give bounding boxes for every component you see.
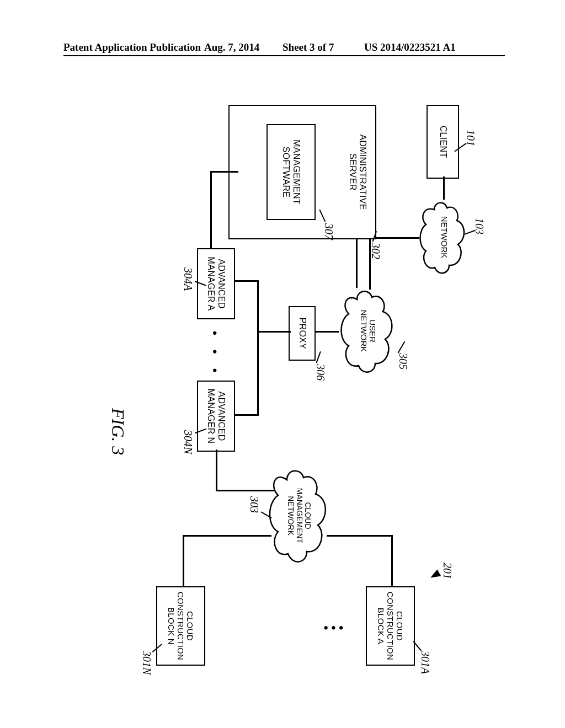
network-cloud: NETWORK <box>418 196 470 279</box>
client-box: CLIENT <box>427 105 459 179</box>
user-network-label: USER NETWORK <box>359 310 377 352</box>
conn-network-down <box>370 237 419 239</box>
network-label: NETWORK <box>439 216 449 259</box>
spacer <box>351 298 351 299</box>
arrow-201 <box>429 569 441 581</box>
client-label: CLIENT <box>438 126 447 158</box>
cloud-mgmt-label: CLOUD MANAGEMENT NETWORK <box>286 488 312 543</box>
conn-usernet-proxy <box>315 331 339 333</box>
ref-301a: 301A <box>419 651 431 674</box>
proxy-box: PROXY <box>289 306 316 361</box>
adv-mgr-n-box: ADVANCED MANAGER N <box>197 381 235 452</box>
conn-proxy-down <box>258 331 291 333</box>
figure-label: FIG. 3 <box>108 408 128 455</box>
conn-cloud-down <box>183 535 271 537</box>
user-network-cloud: USER NETWORK <box>338 284 398 378</box>
page-header: Patent Application Publication Aug. 7, 2… <box>0 41 565 56</box>
conn-bus-to-mgrA <box>234 280 259 282</box>
ref-307: 307 <box>322 223 335 240</box>
hdr-sheet: Sheet 3 of 7 <box>282 41 334 53</box>
admin-server-label: ADMINISTRATIVE SERVER <box>347 134 367 210</box>
ref-103: 103 <box>473 218 486 234</box>
proxy-label: PROXY <box>297 318 307 350</box>
conn-cloud-ccbN <box>183 535 185 587</box>
mgmt-sw-label: MANAGEMENT SOFTWARE <box>281 140 301 205</box>
ref-301n: 301N <box>140 651 153 675</box>
ccb-n-label: CLOUD CONSTRUCTION BLOCK N <box>167 592 195 660</box>
adv-mgr-n-label: ADVANCED MANAGER N <box>206 389 226 444</box>
lead-305 <box>398 341 405 354</box>
ref-304a: 304A <box>182 267 194 291</box>
page: Patent Application Publication Aug. 7, 2… <box>0 0 565 728</box>
ccb-a-box: CLOUD CONSTRUCTION BLOCK A <box>366 586 415 666</box>
ref-306: 306 <box>314 364 327 381</box>
ref-304n: 304N <box>182 430 194 454</box>
adv-mgr-a-label: ADVANCED MANAGER A <box>206 257 226 311</box>
conn-proxy-bus <box>258 280 259 415</box>
lead-306 <box>316 351 321 363</box>
hdr-pub-type: Patent Application Publication <box>63 41 201 53</box>
ref-302: 302 <box>369 243 382 259</box>
dots-managers: • • • <box>207 331 222 378</box>
ref-201: 201 <box>441 563 454 579</box>
conn-cloud-ccbA <box>392 535 393 587</box>
mgmt-sw-box: MANAGEMENT SOFTWARE <box>266 124 316 220</box>
conn-cloud-up <box>327 535 393 537</box>
hdr-pub-no: US 2014/0223521 A1 <box>364 41 456 53</box>
cloud-mgmt-cloud: CLOUD MANAGEMENT NETWORK <box>266 463 332 568</box>
ref-303: 303 <box>248 496 260 513</box>
conn-bus-to-mgrN <box>234 414 259 416</box>
conn-mgrN-cloud <box>216 449 218 491</box>
figure-canvas: CLIENT 101 NETWORK 103 <box>73 99 492 673</box>
ccb-n-box: CLOUD CONSTRUCTION BLOCK N <box>156 586 205 666</box>
ccb-a-label: CLOUD CONSTRUCTION BLOCK A <box>376 592 405 660</box>
hdr-date: Aug. 7, 2014 <box>204 41 259 53</box>
dots-ccb: ••• <box>321 620 343 635</box>
ref-305: 305 <box>397 353 409 370</box>
hdr-rule <box>63 55 505 56</box>
conn-client-network <box>444 176 445 200</box>
conn-admin-down <box>211 171 238 173</box>
